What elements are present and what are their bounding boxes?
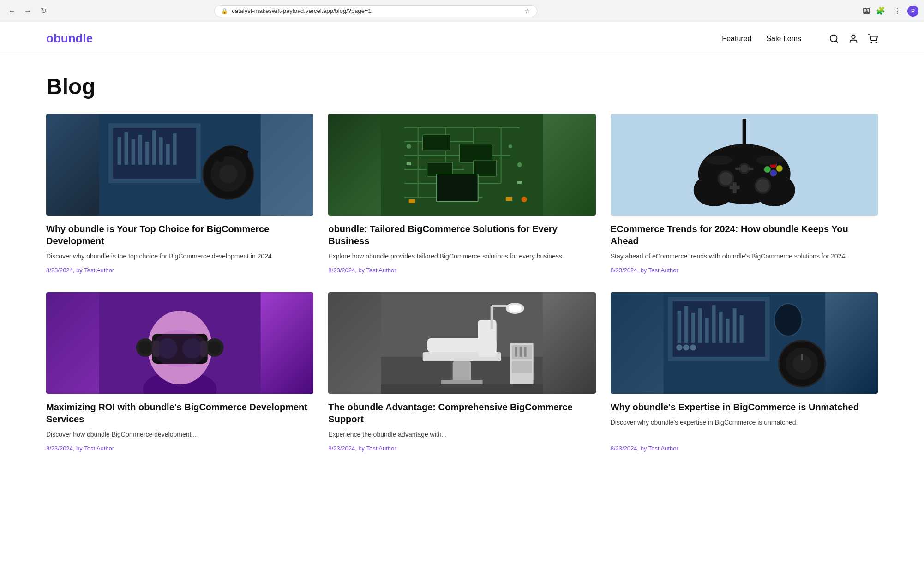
blog-card: The obundle Advantage: Comprehensive Big… xyxy=(328,292,595,452)
browser-actions: 69 🧩 ⋮ P xyxy=(863,5,918,18)
blog-card-desc: Stay ahead of eCommerce trends with obun… xyxy=(611,252,878,261)
svg-rect-97 xyxy=(381,384,543,394)
svg-point-61 xyxy=(705,156,732,165)
svg-rect-109 xyxy=(732,308,736,343)
svg-rect-66 xyxy=(748,168,753,170)
blog-card-desc: Discover why obundle is the top choice f… xyxy=(46,252,313,261)
svg-point-57 xyxy=(764,166,770,173)
blog-card-meta: 8/23/2024, by Test Author xyxy=(328,445,595,452)
svg-rect-102 xyxy=(684,306,688,343)
svg-rect-8 xyxy=(118,137,121,165)
blog-card-meta: 8/23/2024, by Test Author xyxy=(46,445,313,452)
blog-card-desc: Discover why obundle's expertise in BigC… xyxy=(611,418,878,439)
svg-rect-12 xyxy=(145,142,149,165)
blog-card-desc: Explore how obundle provides tailored Bi… xyxy=(328,252,595,261)
svg-rect-34 xyxy=(423,135,450,151)
menu-button[interactable]: ⋮ xyxy=(891,5,904,18)
header-icons xyxy=(829,34,878,44)
forward-button[interactable]: → xyxy=(21,5,34,18)
star-icon[interactable]: ☆ xyxy=(524,7,530,15)
browser-nav-buttons: ← → ↻ xyxy=(6,5,50,18)
svg-point-60 xyxy=(776,165,782,172)
svg-rect-107 xyxy=(719,312,722,343)
svg-rect-10 xyxy=(132,139,135,165)
extensions-button[interactable]: 🧩 xyxy=(874,5,887,18)
svg-point-39 xyxy=(407,144,411,149)
site-logo[interactable]: obundle xyxy=(46,31,93,46)
svg-line-1 xyxy=(836,41,838,42)
svg-point-78 xyxy=(208,341,221,354)
account-button[interactable] xyxy=(848,34,858,44)
blog-card-meta: 8/23/2024, by Test Author xyxy=(328,267,595,274)
blog-card-image xyxy=(328,292,595,394)
blog-card: obundle: Tailored BigCommerce Solutions … xyxy=(328,114,595,274)
game-controller-illustration xyxy=(611,114,878,216)
search-button[interactable] xyxy=(829,34,839,44)
svg-rect-35 xyxy=(460,144,492,162)
blog-card: Why obundle is Your Top Choice for BigCo… xyxy=(46,114,313,274)
svg-point-113 xyxy=(690,345,696,350)
svg-point-52 xyxy=(719,172,732,185)
profile-avatar[interactable]: P xyxy=(907,6,918,17)
svg-point-64 xyxy=(740,165,748,172)
svg-rect-106 xyxy=(712,305,715,343)
cart-button[interactable] xyxy=(868,34,878,44)
audio-studio-illustration xyxy=(46,114,313,216)
blog-card: Maximizing ROI with obundle's BigCommerc… xyxy=(46,292,313,452)
blog-card-title: Why obundle's Expertise in BigCommerce i… xyxy=(611,401,878,413)
svg-rect-11 xyxy=(138,135,142,165)
svg-point-3 xyxy=(871,42,872,43)
nav-sale-items[interactable]: Sale Items xyxy=(766,35,801,43)
blog-card-desc: Discover how obundle BigCommerce develop… xyxy=(46,430,313,439)
account-icon xyxy=(848,34,858,44)
blog-card-image xyxy=(46,114,313,216)
blog-card-meta: 8/23/2024, by Test Author xyxy=(46,267,313,274)
svg-point-118 xyxy=(774,304,802,336)
nav-featured[interactable]: Featured xyxy=(722,35,751,43)
cart-icon xyxy=(868,34,878,44)
svg-rect-84 xyxy=(478,320,497,357)
svg-point-40 xyxy=(517,162,522,167)
audio-studio2-illustration xyxy=(611,292,878,394)
site-header: obundle Featured Sale Items xyxy=(0,22,924,55)
svg-rect-15 xyxy=(166,144,170,165)
blog-card-title: obundle: Tailored BigCommerce Solutions … xyxy=(328,223,595,247)
svg-point-76 xyxy=(139,341,152,354)
blog-card-title: The obundle Advantage: Comprehensive Big… xyxy=(328,401,595,425)
extension-badge: 69 xyxy=(863,8,870,14)
svg-point-54 xyxy=(756,179,769,192)
blog-card-title: Why obundle is Your Top Choice for BigCo… xyxy=(46,223,313,247)
blog-card-desc: Experience the obundle advantage with... xyxy=(328,430,595,439)
browser-chrome: ← → ↻ 🔒 ☆ 69 🧩 ⋮ P xyxy=(0,0,924,22)
blog-card-image xyxy=(328,114,595,216)
svg-rect-44 xyxy=(506,197,512,201)
blog-card-meta: 8/23/2024, by Test Author xyxy=(611,267,878,274)
reload-button[interactable]: ↻ xyxy=(37,5,50,18)
svg-rect-16 xyxy=(173,133,177,165)
svg-point-112 xyxy=(683,345,689,350)
url-input[interactable] xyxy=(232,7,521,14)
svg-rect-96 xyxy=(524,347,527,357)
svg-rect-38 xyxy=(437,174,478,202)
blog-card: Why obundle's Expertise in BigCommerce i… xyxy=(611,292,878,452)
svg-rect-43 xyxy=(407,162,411,165)
blog-grid: Why obundle is Your Top Choice for BigCo… xyxy=(46,114,878,452)
dental-chair-illustration xyxy=(328,292,595,394)
svg-rect-45 xyxy=(409,199,415,203)
blog-card-meta: 8/23/2024, by Test Author xyxy=(611,445,878,452)
blog-card-image xyxy=(46,292,313,394)
svg-rect-94 xyxy=(515,347,517,357)
svg-point-46 xyxy=(522,197,527,202)
blog-card: ECommerce Trends for 2024: How obundle K… xyxy=(611,114,878,274)
address-bar: 🔒 ☆ xyxy=(214,5,537,17)
site-nav: Featured Sale Items xyxy=(722,35,801,43)
svg-point-62 xyxy=(756,156,783,165)
circuit-board-illustration xyxy=(328,114,595,216)
blog-card-image xyxy=(611,114,878,216)
svg-rect-110 xyxy=(739,315,743,343)
back-button[interactable]: ← xyxy=(6,5,18,18)
svg-rect-13 xyxy=(152,130,156,165)
svg-point-79 xyxy=(152,330,208,367)
svg-rect-95 xyxy=(520,347,522,357)
svg-point-4 xyxy=(876,42,876,43)
